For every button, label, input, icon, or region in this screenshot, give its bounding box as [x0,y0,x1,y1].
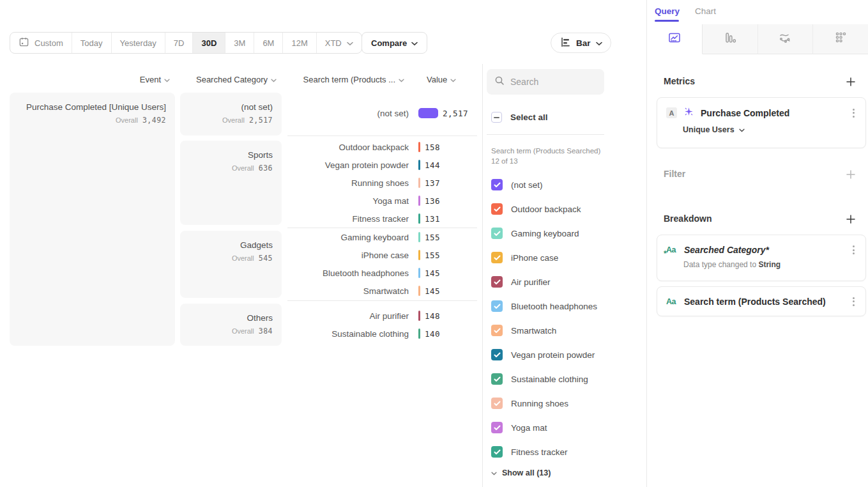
category-cell[interactable]: (not set) Overall2,517 [180,93,282,135]
panel-divider [482,64,483,487]
value-cell: 131 [418,213,440,224]
select-all-row[interactable]: Select all [491,112,548,123]
compare-button[interactable]: Compare [362,32,427,54]
legend-item[interactable]: Air purifier [491,270,597,294]
table-row[interactable]: Yoga mat 136 [287,192,479,210]
event-name: Purchase Completed [Unique Users] [10,102,166,112]
value-cell: 155 [418,250,440,260]
metric-letter-badge: A [666,107,677,118]
category-overall: Overall636 [180,164,273,173]
show-all-button[interactable]: Show all (13) [491,468,551,477]
flows-icon [778,31,792,47]
add-metric-button[interactable] [846,77,856,87]
column-header-event[interactable]: Event [10,75,170,84]
series-checkbox[interactable] [491,373,503,385]
tab-retention[interactable] [813,24,868,54]
filter-section-title: Filter [664,169,685,179]
category-cell[interactable]: Sports Overall636 [180,141,282,225]
tab-insights[interactable] [647,24,703,54]
date-range-label: Today [80,38,103,48]
legend-item[interactable]: Vegan protein powder [491,343,597,367]
table-row[interactable]: Fitness tracker 131 [287,210,479,228]
event-overall: Overall3,492 [10,116,166,125]
column-header-search-term[interactable]: Search term (Products ... [287,75,404,84]
table-row[interactable]: Smartwatch 145 [287,282,479,300]
legend-item[interactable]: Fitness tracker [491,440,597,464]
legend-item-label: Fitness tracker [511,447,568,457]
date-range-12m[interactable]: 12M [283,33,316,53]
series-checkbox[interactable] [491,252,503,263]
column-header-value[interactable]: Value [427,75,465,84]
series-checkbox[interactable] [491,446,503,458]
tab-query[interactable]: Query [655,6,680,16]
table-row[interactable]: Bluetooth headphones 145 [287,264,479,282]
value-number: 140 [425,329,440,339]
add-filter-button[interactable] [846,169,856,180]
value-bar [418,108,438,118]
table-row[interactable]: Vegan protein powder 144 [287,156,479,174]
series-checkbox[interactable] [491,422,503,433]
date-range-7d[interactable]: 7D [165,33,194,53]
divider [487,134,604,135]
value-cell: 136 [418,196,440,206]
table-row[interactable]: (not set) 2,517 [287,104,479,122]
breakdown-card-search-term[interactable]: Aa Search term (Products Searched) [657,286,866,316]
category-cell[interactable]: Gadgets Overall545 [180,231,282,298]
series-checkbox[interactable] [491,349,503,360]
legend-item[interactable]: (not set) [491,173,597,197]
legend-item[interactable]: Bluetooth headphones [491,294,597,318]
table-row[interactable]: iPhone case 155 [287,246,479,264]
select-all-label: Select all [510,112,548,122]
legend-item[interactable]: Sustainable clothing [491,367,597,391]
kebab-menu-icon[interactable] [851,244,857,256]
value-bar [418,329,420,339]
chart-type-button[interactable]: Bar [551,33,611,53]
date-range-30d[interactable]: 30D [193,33,225,53]
tab-flows[interactable] [758,24,814,54]
series-checkbox[interactable] [491,325,503,336]
value-number: 137 [425,178,440,188]
legend-item[interactable]: Smartwatch [491,318,597,343]
table-row[interactable]: Gaming keyboard 155 [287,228,479,246]
legend-item[interactable]: Outdoor backpack [491,197,597,221]
table-row[interactable]: Outdoor backpack 158 [287,138,479,156]
event-cell[interactable]: Purchase Completed [Unique Users] Overal… [10,93,175,346]
series-checkbox[interactable] [491,179,503,190]
category-cell[interactable]: Others Overall384 [180,304,282,346]
table-row[interactable]: Sustainable clothing 140 [287,325,479,343]
series-checkbox[interactable] [491,300,503,312]
series-checkbox[interactable] [491,228,503,239]
tab-chart[interactable]: Chart [695,6,716,16]
date-range-6m[interactable]: 6M [254,33,283,53]
date-range-3m[interactable]: 3M [225,33,254,53]
column-header-searched-category[interactable]: Searched Category [180,75,277,84]
add-breakdown-button[interactable] [846,214,856,224]
date-range-xtd[interactable]: XTD [317,33,362,53]
series-checkbox[interactable] [491,398,503,409]
kebab-menu-icon[interactable] [851,107,857,120]
legend-item[interactable]: Gaming keyboard [491,221,597,245]
table-row[interactable]: Air purifier 148 [287,307,479,325]
legend-item-label: (not set) [511,180,543,190]
table-row[interactable]: Running shoes 137 [287,174,479,192]
tab-bar-chart[interactable] [703,24,758,54]
legend-item[interactable]: Running shoes [491,391,597,415]
search-input[interactable] [510,77,593,87]
select-all-checkbox[interactable] [491,112,502,123]
chevron-down-icon [164,75,170,84]
measure-dropdown[interactable]: Unique Users [683,125,865,134]
measure-label: Unique Users [683,125,735,134]
kebab-menu-icon[interactable] [851,295,857,308]
legend-search[interactable] [487,69,604,95]
date-range-yesterday[interactable]: Yesterday [112,33,165,53]
search-term: Fitness tracker [287,214,409,224]
legend-item[interactable]: iPhone case [491,245,597,270]
date-range-today[interactable]: Today [72,33,112,53]
group-separator [287,300,477,301]
series-checkbox[interactable] [491,203,503,215]
date-range-custom[interactable]: Custom [10,33,72,53]
series-checkbox[interactable] [491,276,503,288]
legend-item[interactable]: Yoga mat [491,415,597,440]
metric-card[interactable]: A Purchase Completed Unique Users [657,97,866,148]
breakdown-card-searched-category[interactable]: Aa* Searched Category* Data type changed… [657,235,866,281]
